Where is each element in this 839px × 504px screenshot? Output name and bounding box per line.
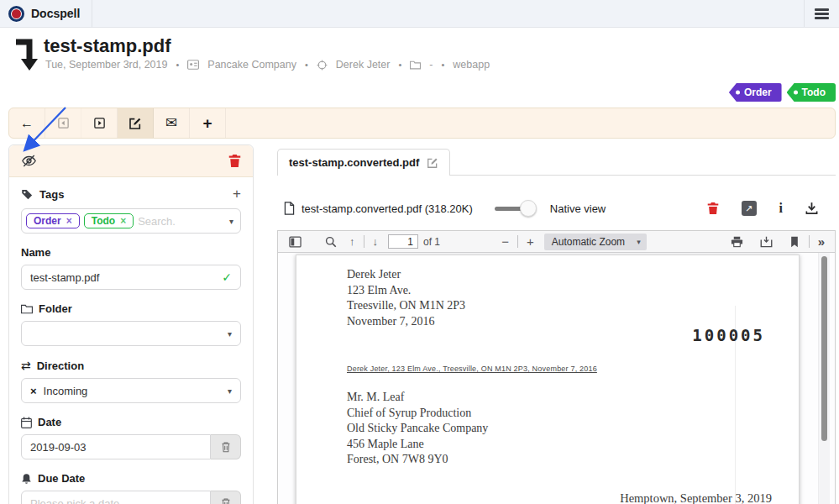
add-files-button[interactable]: + [190, 108, 226, 138]
folder-icon [410, 60, 421, 70]
due-date-section-label: Due Date [21, 472, 241, 485]
folder-icon [21, 303, 33, 314]
chevron-down-icon: ▾ [228, 386, 232, 396]
date-field-wrap [21, 434, 211, 459]
more-tools-button[interactable]: » [815, 234, 828, 249]
page-up-button[interactable]: ↑ [346, 235, 359, 248]
due-date-field-group [21, 491, 241, 504]
menu-button[interactable] [804, 0, 839, 27]
metadata-form: Tags + Order × Todo × ▾ Name [9, 177, 253, 504]
concerning-person[interactable]: Derek Jeter [336, 59, 391, 71]
due-date-input[interactable] [30, 497, 202, 504]
x-icon: × [30, 385, 37, 397]
zoom-level-select[interactable]: Automatic Zoom ▾ [544, 234, 647, 250]
docspell-logo-icon [8, 6, 24, 22]
chevron-down-icon: ▾ [228, 329, 232, 339]
page-number-input[interactable] [388, 234, 418, 249]
doc-sender-line: Derek Jeter, 123 Elm Ave., Treesville, O… [347, 365, 597, 373]
metadata-panel: Tags + Order × Todo × ▾ Name [8, 144, 254, 504]
edit-icon[interactable] [427, 157, 438, 169]
info-icon[interactable]: i [779, 201, 783, 216]
brand-name: Docspell [31, 7, 80, 20]
bookmark-icon[interactable] [785, 236, 804, 248]
caret-square-left-icon [57, 117, 70, 129]
remove-tag-icon[interactable]: × [66, 215, 72, 227]
caret-square-right-icon [93, 117, 106, 129]
exchange-icon: ⇄ [21, 359, 31, 372]
tag-chip-order[interactable]: Order × [26, 213, 80, 228]
file-row: test-stamp.converted.pdf (318.20K) Nativ… [284, 196, 830, 221]
zoom-out-button[interactable]: − [498, 234, 512, 249]
direction-select[interactable]: × Incoming ▾ [21, 378, 241, 403]
crosshair-icon [317, 60, 328, 71]
delete-item-trash-icon[interactable] [228, 154, 241, 168]
back-button[interactable]: ← [9, 108, 45, 138]
folder-select[interactable]: ▾ [21, 321, 241, 346]
tag-badge-todo[interactable]: Todo [787, 83, 836, 102]
remove-tag-icon[interactable]: × [120, 215, 126, 227]
chevron-down-icon[interactable]: ▾ [229, 217, 233, 226]
tab-converted-pdf[interactable]: test-stamp.converted.pdf [277, 149, 450, 176]
trash-icon [221, 441, 231, 453]
pdf-scrollbar-thumb[interactable] [821, 256, 827, 441]
saved-check-icon: ✓ [222, 270, 232, 284]
clear-due-date-button[interactable] [211, 491, 241, 504]
page-down-button[interactable]: ↓ [370, 235, 382, 248]
eye-slash-icon[interactable] [21, 154, 37, 168]
plus-icon: + [202, 114, 212, 133]
mail-button[interactable]: ✉ [154, 108, 190, 138]
date-field-group [21, 434, 241, 459]
zoom-in-button[interactable]: + [523, 234, 537, 249]
tags-icon [21, 188, 34, 201]
open-external-button[interactable]: ↗ [742, 201, 757, 216]
name-field-wrap: ✓ [21, 265, 241, 290]
date-input[interactable] [30, 441, 202, 454]
tags-multiselect[interactable]: Order × Todo × ▾ [21, 208, 241, 234]
sidebar-toggle-button[interactable] [285, 236, 306, 248]
item-meta: Tue, September 3rd, 2019 • Pancake Compa… [45, 59, 490, 71]
hamburger-icon [815, 7, 829, 21]
pdf-canvas-area[interactable]: Derek Jeter 123 Elm Ave. Treesville, ON … [278, 253, 835, 504]
item-toolbar: ← ✉ + [8, 108, 836, 139]
name-section-label: Name [21, 246, 241, 259]
ne-arrow-icon: ↗ [745, 203, 752, 214]
pdf-toolbar: ↑ ↓ of 1 − + Automatic Zoom ▾ [278, 231, 835, 253]
item-date: Tue, September 3rd, 2019 [45, 59, 167, 71]
search-icon[interactable] [321, 236, 341, 248]
edit-icon [128, 117, 142, 130]
prev-item-button[interactable] [45, 108, 81, 138]
file-name-size: test-stamp.converted.pdf (318.20K) [302, 202, 473, 215]
next-item-button[interactable] [81, 108, 118, 138]
name-input[interactable] [30, 271, 222, 284]
id-card-icon [187, 60, 199, 70]
save-button[interactable] [756, 236, 777, 248]
native-view-toggle[interactable] [495, 200, 538, 217]
native-view-label: Native view [550, 202, 606, 215]
item-folder: - [429, 59, 433, 71]
print-button[interactable] [726, 236, 747, 248]
direction-value: Incoming [44, 385, 88, 397]
tag-search-input[interactable] [138, 215, 225, 228]
doc-sender-address: Derek Jeter 123 Elm Ave. Treesville, ON … [347, 267, 465, 329]
file-actions: ↗ i [707, 201, 830, 216]
brand-home-link[interactable]: Docspell [0, 0, 92, 27]
tag-chip-todo[interactable]: Todo × [84, 213, 134, 228]
tag-badge-order[interactable]: Order [729, 83, 782, 102]
page-count-label: of 1 [423, 236, 440, 248]
folder-section-label: Folder [21, 302, 241, 315]
arrow-left-icon: ← [20, 116, 34, 131]
delete-file-trash-icon[interactable] [707, 202, 719, 215]
correspondent-org[interactable]: Pancake Company [207, 59, 296, 71]
clear-date-button[interactable] [211, 434, 241, 459]
edit-mode-button[interactable] [118, 108, 154, 138]
add-tag-button[interactable]: + [233, 186, 241, 202]
download-icon[interactable] [805, 202, 818, 215]
metadata-panel-header [9, 145, 253, 177]
pdf-page: Derek Jeter 123 Elm Ave. Treesville, ON … [296, 255, 800, 504]
trash-icon [221, 497, 231, 504]
item-source: webapp [453, 59, 490, 71]
due-date-field-wrap [21, 491, 211, 504]
tag-badges: Order Todo [729, 83, 836, 102]
navbar: Docspell [0, 0, 839, 28]
level-down-icon [13, 37, 39, 72]
